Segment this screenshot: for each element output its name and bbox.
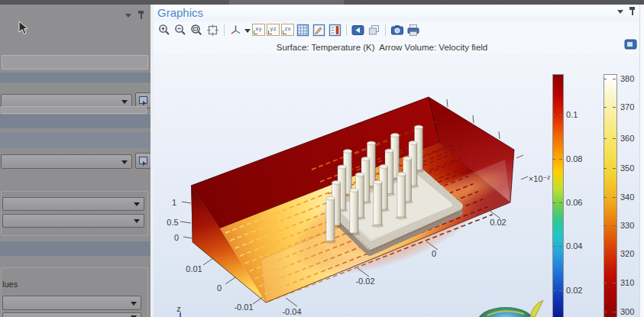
heat-sink-pin [372, 180, 384, 228]
replace-expression-icon [139, 96, 147, 104]
panel-pin-icon[interactable] [138, 11, 144, 14]
printer-icon [406, 24, 420, 37]
zoom-box-icon [190, 24, 203, 37]
zoom-out-button[interactable] [173, 23, 188, 37]
plot-canvas-3d[interactable] [154, 53, 639, 317]
replace-expression-icon [139, 157, 147, 164]
heat-sink-pin [396, 173, 408, 220]
settings-panel: lues [0, 5, 150, 317]
zoom-extents-icon [206, 24, 219, 37]
right-gutter [639, 5, 644, 317]
show-color-legend-button[interactable] [328, 23, 342, 37]
zoom-in-button[interactable] [157, 23, 172, 37]
settings-combo-4[interactable] [2, 214, 144, 228]
section-header-bar [0, 73, 150, 82]
app-screen: lues Graphics xy yz zx [0, 0, 644, 317]
section-band-4 [0, 241, 150, 256]
settings-combo-3[interactable] [2, 197, 144, 211]
axes-corner-icon [268, 31, 272, 34]
go-to-xy-view-button[interactable]: xy [252, 24, 265, 36]
color-legend-icon [328, 24, 341, 37]
toolbar-separator [224, 24, 225, 36]
velocity-colorbar [552, 74, 564, 317]
toolbar-separator [346, 24, 347, 36]
environment-windows-button[interactable] [367, 23, 381, 37]
show-grid-button[interactable] [296, 23, 310, 37]
graphics-toolbar: xy yz zx [157, 21, 420, 38]
settings-partial-label: lues [2, 280, 18, 289]
replace-expression-button-2[interactable] [135, 153, 151, 169]
scene-light-button[interactable] [351, 23, 365, 37]
plot-title: Surface: Temperature (K) Arrow Volume: V… [176, 43, 588, 52]
float-window-button[interactable] [624, 39, 638, 50]
settings-combo-5[interactable] [2, 296, 141, 310]
settings-strip [1, 106, 147, 114]
panel-menu-chevron-icon[interactable] [125, 14, 131, 21]
view-dropdown-chevron-icon[interactable] [244, 29, 251, 36]
graphics-panel-title: Graphics [157, 6, 203, 19]
image-snapshot-button[interactable] [390, 23, 404, 37]
settings-combo-6[interactable] [2, 312, 141, 317]
graphics-menu-chevron-icon[interactable] [617, 10, 623, 17]
zoom-extents-button[interactable] [205, 23, 220, 37]
mouse-cursor [18, 21, 29, 36]
axes-corner-icon [254, 31, 257, 34]
settings-text-field[interactable] [2, 55, 148, 70]
temperature-colorbar [604, 74, 617, 317]
heat-sink-pin [325, 196, 337, 244]
float-window-icon [624, 39, 638, 50]
zoom-out-icon [174, 24, 187, 37]
show-material-color-button[interactable] [312, 23, 326, 37]
bottom-logo-object [477, 300, 543, 317]
grid-icon [296, 24, 309, 37]
graphics-header: Graphics [154, 5, 639, 21]
default-3d-view-icon [229, 24, 242, 37]
stacked-windows-icon [367, 24, 380, 37]
go-to-default-view-button[interactable] [228, 23, 243, 37]
go-to-yz-view-button[interactable]: yz [267, 24, 280, 36]
zoom-in-icon [158, 24, 171, 37]
zoom-box-button[interactable] [189, 23, 204, 37]
axes-corner-icon [283, 31, 286, 34]
graphics-pin-icon[interactable] [629, 7, 635, 10]
toolbar-separator [385, 24, 386, 36]
camera-icon [390, 24, 404, 37]
material-color-icon [312, 24, 325, 37]
print-button[interactable] [406, 23, 420, 37]
section-band-2 [0, 115, 150, 128]
settings-combo-2[interactable] [1, 154, 132, 169]
go-to-zx-view-button[interactable]: zx [281, 24, 294, 36]
scene-light-icon [351, 24, 364, 37]
section-band-3 [0, 132, 150, 148]
heat-sink-pin [348, 189, 361, 236]
